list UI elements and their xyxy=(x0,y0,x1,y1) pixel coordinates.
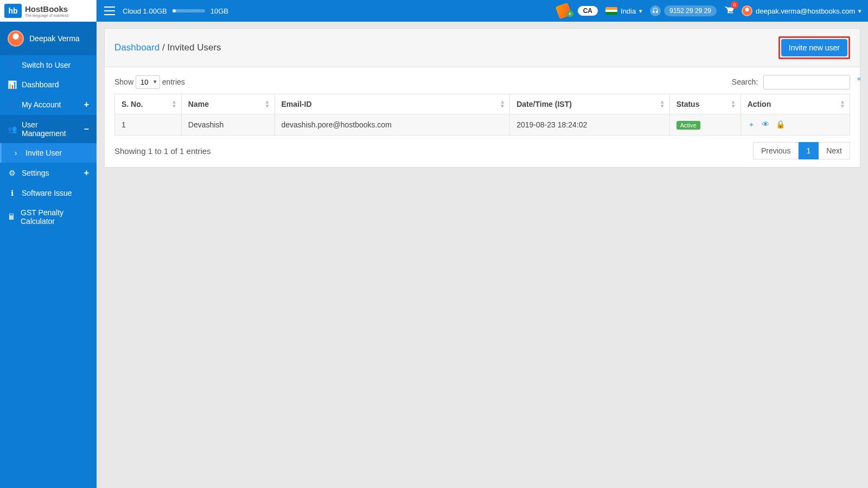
logo-abbr: hb xyxy=(4,4,22,18)
nav-icon: 👤 xyxy=(8,61,16,69)
table-row: 1Devashishdevashish.pore@hostbooks.com20… xyxy=(115,114,850,136)
col-name[interactable]: Name▲▼ xyxy=(181,94,275,114)
chevron-down-icon: ▾ xyxy=(639,8,642,15)
headset-icon xyxy=(650,5,661,16)
page-1-button[interactable]: 1 xyxy=(799,142,819,159)
length-select[interactable]: 10 xyxy=(136,75,160,89)
length-control: Show 10 entries xyxy=(114,75,185,89)
col-email-id[interactable]: Email-ID▲▼ xyxy=(275,94,510,114)
topbar: hb HostBooks The language of business Cl… xyxy=(0,0,868,22)
nav-label: Invite User xyxy=(25,149,62,157)
table-info: Showing 1 to 1 of 1 entries xyxy=(114,146,211,156)
collapse-icon[interactable]: « xyxy=(857,75,861,82)
sidebar: Deepak Verma 👤Switch to User📊Dashboard👤M… xyxy=(0,22,97,488)
sidebar-item-switch-to-user[interactable]: 👤Switch to User xyxy=(0,55,97,75)
status-badge: Active xyxy=(676,121,700,130)
brand-name: HostBooks xyxy=(25,4,68,14)
brand-tagline: The language of business xyxy=(25,14,68,17)
cloud-quota-label: 10GB xyxy=(210,7,228,15)
phone-number: 9152 29 29 29 xyxy=(664,5,717,16)
sidebar-item-gst-penalty-calculator[interactable]: 🖩GST Penalty Calculator xyxy=(0,203,97,231)
user-menu[interactable]: deepak.verma@hostbooks.com ▾ xyxy=(742,5,861,16)
col-date-time-ist-[interactable]: Date/Time (IST)▲▼ xyxy=(510,94,669,114)
nav-label: Software Issue xyxy=(22,189,72,197)
sidebar-username: Deepak Verma xyxy=(29,34,80,43)
nav-icon: ℹ xyxy=(8,189,16,197)
col-action[interactable]: Action▲▼ xyxy=(741,94,850,114)
cloud-used-label: Cloud 1.00GB xyxy=(123,7,167,15)
invite-new-user-button[interactable]: Invite new user xyxy=(781,39,847,56)
nav-label: Switch to User xyxy=(22,61,71,69)
breadcrumb-root[interactable]: Dashboard xyxy=(114,42,159,53)
sidebar-item-dashboard[interactable]: 📊Dashboard xyxy=(0,75,97,94)
country-label: India xyxy=(621,7,636,15)
avatar-icon xyxy=(8,30,24,47)
nav-icon: 👥 xyxy=(8,125,16,133)
nav-label: My Account xyxy=(22,100,61,109)
nav-icon: ⚙ xyxy=(8,169,16,177)
expand-icon[interactable]: + xyxy=(84,100,89,110)
card-body: « Show 10 entries Search: S. No.▲▼Name▲▼… xyxy=(104,67,860,168)
sort-icon: ▲▼ xyxy=(731,100,736,108)
ca-badge[interactable]: CA xyxy=(578,6,598,16)
nav-label: Settings xyxy=(22,169,49,177)
main-content: Dashboard / Invited Users Invite new use… xyxy=(97,22,868,488)
brand-logo[interactable]: hb HostBooks The language of business xyxy=(0,0,97,22)
expand-icon[interactable]: + xyxy=(84,168,89,178)
nav-label: GST Penalty Calculator xyxy=(21,208,89,226)
sort-icon: ▲▼ xyxy=(265,100,270,108)
sidebar-user[interactable]: Deepak Verma xyxy=(0,22,97,55)
nav-label: Dashboard xyxy=(22,80,59,89)
nav-icon: › xyxy=(11,149,20,157)
col-status[interactable]: Status▲▼ xyxy=(669,94,741,114)
pagination: Previous 1 Next xyxy=(753,142,850,159)
menu-toggle-icon[interactable] xyxy=(104,7,115,15)
nav-label: User Management xyxy=(22,120,79,138)
nav-icon: 📊 xyxy=(8,80,16,89)
sidebar-item-user-management[interactable]: 👥User Management– xyxy=(0,115,97,143)
sidebar-item-invite-user[interactable]: ›Invite User xyxy=(0,143,97,163)
avatar-icon xyxy=(742,5,752,16)
chevron-down-icon: ▾ xyxy=(858,8,861,15)
breadcrumb: Dashboard / Invited Users xyxy=(114,42,221,53)
sort-icon: ▲▼ xyxy=(171,100,177,108)
sort-icon: ▲▼ xyxy=(500,100,505,108)
nav-icon: 🖩 xyxy=(8,213,15,221)
ticket-icon[interactable] xyxy=(555,3,572,20)
add-icon[interactable]: ＋ xyxy=(748,120,755,129)
cloud-usage: Cloud 1.00GB 10GB xyxy=(123,7,228,15)
sort-icon: ▲▼ xyxy=(840,100,845,108)
search-input[interactable] xyxy=(763,75,850,89)
cart-count: 0 xyxy=(731,1,738,9)
sidebar-item-software-issue[interactable]: ℹSoftware Issue xyxy=(0,183,97,203)
col-s-no-[interactable]: S. No.▲▼ xyxy=(115,94,182,114)
page-header: Dashboard / Invited Users Invite new use… xyxy=(104,28,860,67)
sidebar-item-my-account[interactable]: 👤My Account+ xyxy=(0,94,97,115)
flag-icon xyxy=(605,7,617,15)
invited-users-table: S. No.▲▼Name▲▼Email-ID▲▼Date/Time (IST)▲… xyxy=(114,94,850,136)
cart-icon[interactable]: 0 xyxy=(724,5,734,17)
view-icon[interactable]: 👁 xyxy=(762,120,769,129)
cloud-progress-bar xyxy=(173,9,205,12)
user-email-label: deepak.verma@hostbooks.com xyxy=(756,7,855,15)
expand-icon[interactable]: – xyxy=(84,124,89,134)
highlight-annotation: Invite new user xyxy=(778,36,850,59)
nav-icon: 👤 xyxy=(8,100,16,109)
lock-icon[interactable]: 🔒 xyxy=(776,120,785,129)
country-selector[interactable]: India ▾ xyxy=(605,7,642,15)
sidebar-item-settings[interactable]: ⚙Settings+ xyxy=(0,163,97,183)
sort-icon: ▲▼ xyxy=(660,100,665,108)
next-button[interactable]: Next xyxy=(819,142,850,159)
breadcrumb-current: Invited Users xyxy=(167,42,221,53)
search-control: Search: xyxy=(732,75,850,89)
prev-button[interactable]: Previous xyxy=(753,142,799,159)
support-phone[interactable]: 9152 29 29 29 xyxy=(650,5,717,16)
